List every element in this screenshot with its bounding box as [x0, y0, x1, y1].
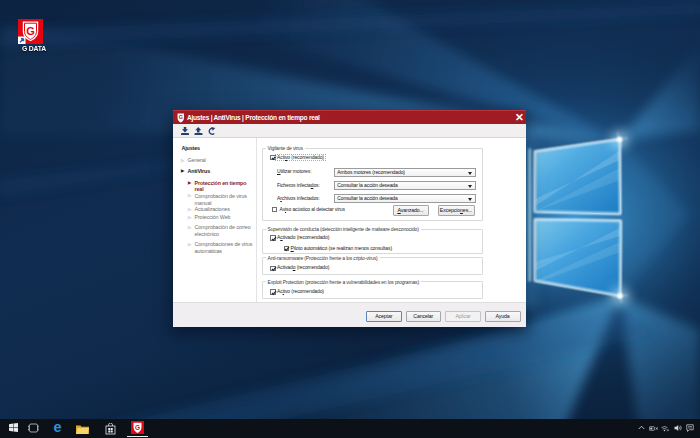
- svg-text:G: G: [26, 25, 35, 37]
- svg-text:G: G: [135, 423, 140, 430]
- svg-text:G: G: [178, 114, 182, 120]
